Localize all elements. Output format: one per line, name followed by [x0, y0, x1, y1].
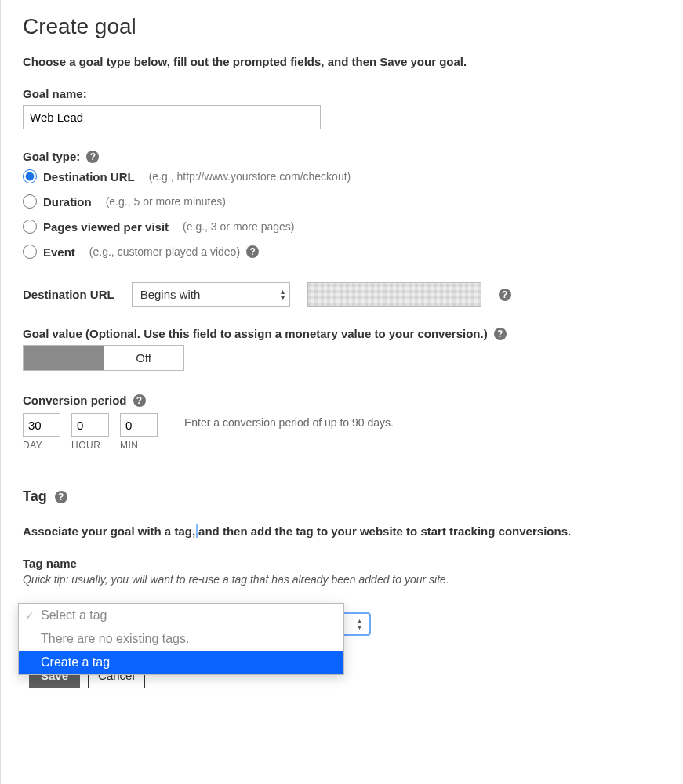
goal-name-input[interactable]	[23, 105, 321, 129]
help-icon[interactable]: ?	[494, 328, 507, 340]
tag-quick-tip: Quick tip: usually, you will want to re-…	[23, 573, 666, 586]
radio-label: Event	[43, 245, 75, 259]
radio-pages-viewed[interactable]	[23, 220, 37, 234]
unit-day: DAY	[23, 440, 42, 451]
help-icon[interactable]: ?	[499, 289, 511, 301]
conversion-period-label: Conversion period	[23, 394, 127, 407]
toggle-on-side[interactable]	[24, 346, 104, 370]
tag-dropdown-panel: Select a tag There are no existing tags.…	[18, 603, 344, 675]
chevron-updown-icon: ▴▾	[358, 618, 361, 630]
goal-type-duration[interactable]: Duration (e.g., 5 or more minutes)	[23, 194, 666, 209]
radio-label: Destination URL	[43, 170, 135, 183]
radio-hint: (e.g., http://www.yourstore.com/checkout…	[149, 170, 351, 183]
page-subhead: Choose a goal type below, fill out the p…	[23, 55, 666, 68]
radio-label: Pages viewed per visit	[43, 220, 169, 234]
tag-heading: Tag	[23, 488, 47, 505]
conversion-hour-input[interactable]	[71, 413, 109, 437]
help-icon[interactable]: ?	[86, 151, 99, 163]
chevron-updown-icon: ▴▾	[281, 289, 285, 301]
toggle-off-side[interactable]: Off	[104, 346, 183, 370]
tag-option-create[interactable]: Create a tag	[19, 651, 343, 674]
help-icon[interactable]: ?	[55, 491, 67, 503]
goal-type-label: Goal type:	[23, 150, 80, 163]
tag-name-label: Tag name	[23, 557, 666, 570]
radio-event[interactable]	[23, 245, 37, 259]
match-type-select[interactable]: Begins with ▴▾	[132, 282, 290, 307]
radio-destination-url[interactable]	[23, 169, 37, 183]
goal-type-destination-url[interactable]: Destination URL (e.g., http://www.yourst…	[23, 169, 666, 183]
help-icon[interactable]: ?	[246, 245, 259, 258]
tag-option-empty: There are no existing tags.	[19, 627, 343, 651]
radio-hint: (e.g., customer played a video)	[89, 245, 240, 258]
conversion-min-input[interactable]	[120, 413, 158, 437]
destination-url-label: Destination URL	[23, 288, 114, 301]
goal-type-event[interactable]: Event (e.g., customer played a video) ?	[23, 245, 666, 259]
unit-min: MIN	[120, 440, 139, 451]
conversion-period-note: Enter a conversion period of up to 90 da…	[184, 413, 394, 429]
tag-option-placeholder[interactable]: Select a tag	[19, 604, 343, 627]
radio-label: Duration	[43, 195, 92, 209]
goal-type-pages-viewed[interactable]: Pages viewed per visit (e.g., 3 or more …	[23, 220, 666, 234]
match-type-value: Begins with	[140, 288, 201, 301]
conversion-day-input[interactable]	[23, 413, 60, 437]
radio-hint: (e.g., 5 or more minutes)	[106, 195, 226, 208]
tag-associate-text: Associate your goal with a tag,and then …	[23, 524, 666, 538]
radio-hint: (e.g., 3 or more pages)	[183, 220, 294, 233]
help-icon[interactable]: ?	[133, 394, 146, 407]
radio-duration[interactable]	[23, 194, 37, 209]
goal-value-label: Goal value (Optional. Use this field to …	[23, 327, 488, 340]
unit-hour: HOUR	[71, 440, 100, 451]
text-cursor	[196, 524, 198, 538]
goal-value-toggle[interactable]: Off	[23, 345, 184, 371]
destination-url-input[interactable]	[307, 282, 481, 307]
page-title: Create goal	[23, 14, 666, 39]
goal-name-label: Goal name:	[23, 87, 666, 100]
